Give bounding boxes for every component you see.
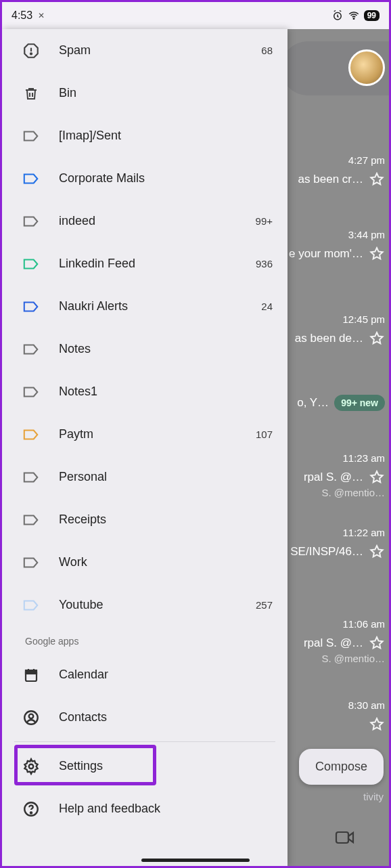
nav-item--imap-sent[interactable]: [Imap]/Sent <box>2 114 288 157</box>
svg-rect-8 <box>26 670 37 674</box>
meet-icon[interactable] <box>335 829 355 846</box>
label-icon <box>22 170 40 188</box>
gesture-bar <box>141 859 250 862</box>
star-icon[interactable] <box>369 716 385 733</box>
bin-icon <box>22 85 40 102</box>
nav-item-label: Naukri Alerts <box>59 299 242 313</box>
bg-mail-time: 8:30 am <box>277 699 385 711</box>
label-icon <box>22 213 40 230</box>
nav-item-count: 99+ <box>256 215 273 227</box>
nav-item-help-and-feedback[interactable]: Help and feedback <box>2 787 288 830</box>
bg-mail-row[interactable]: o, Y…99+ new <box>277 395 385 411</box>
star-icon[interactable] <box>369 246 385 262</box>
bg-mail-time: 11:22 am <box>277 527 385 538</box>
nav-item-label: Notes <box>59 342 254 356</box>
nav-item-notes1[interactable]: Notes1 <box>2 370 288 413</box>
section-header: Google apps <box>2 626 288 653</box>
star-icon[interactable] <box>369 171 385 188</box>
svg-point-15 <box>30 812 32 813</box>
alarm-icon <box>331 9 344 22</box>
nav-item-bin[interactable]: Bin <box>2 72 288 114</box>
svg-point-12 <box>29 714 34 718</box>
star-icon[interactable] <box>369 330 385 347</box>
bg-mail-text: as been de… <box>295 332 363 345</box>
spam-icon <box>22 42 40 60</box>
bg-mail-row[interactable]: 11:06 amrpal S. @…S. @mentio… <box>277 618 385 664</box>
bg-mail-row[interactable]: 12:45 pmas been de… <box>277 313 385 347</box>
nav-item-label: Receipts <box>59 513 254 527</box>
nav-item-count: 107 <box>256 429 273 440</box>
nav-item-spam[interactable]: Spam 68 <box>2 29 288 72</box>
label-icon <box>22 383 40 401</box>
nav-item-label: Contacts <box>59 710 273 724</box>
bg-mail-subtext: S. @mentio… <box>321 653 385 664</box>
nav-item-label: Help and feedback <box>59 802 273 816</box>
label-icon <box>22 255 40 273</box>
nav-item-label: Linkedin Feed <box>59 257 237 271</box>
label-icon <box>22 298 40 316</box>
bg-mail-time: 4:27 pm <box>277 154 385 166</box>
star-icon[interactable] <box>369 544 385 560</box>
svg-rect-2 <box>336 832 348 843</box>
svg-point-13 <box>29 764 34 768</box>
battery-badge: 99 <box>364 10 380 21</box>
nav-item-personal[interactable]: Personal <box>2 456 288 498</box>
label-icon <box>22 127 40 145</box>
bg-mail-subtext: S. @mentio… <box>321 487 385 498</box>
nav-item-label: Bin <box>59 86 254 100</box>
wifi-icon <box>348 9 360 22</box>
nav-item-label: Youtube <box>59 598 237 612</box>
bg-mail-text: rpal S. @… <box>304 471 363 484</box>
nav-item-receipts[interactable]: Receipts <box>2 498 288 541</box>
nav-item-label: Notes1 <box>59 385 254 399</box>
new-badge: 99+ new <box>334 395 385 411</box>
bg-mail-row[interactable]: 4:27 pmas been cr… <box>277 154 385 188</box>
bg-mail-row[interactable]: 11:22 amSE/INSP/46… <box>277 527 385 560</box>
bg-mail-row[interactable]: 8:30 am <box>277 699 385 733</box>
nav-item-naukri-alerts[interactable]: Naukri Alerts 24 <box>2 285 288 328</box>
svg-point-4 <box>30 53 32 54</box>
star-icon[interactable] <box>369 635 385 651</box>
nav-item-youtube[interactable]: Youtube 257 <box>2 584 288 626</box>
nav-drawer: Spam 68 Bin [Imap]/Sent Corporate Mails … <box>2 29 288 866</box>
settings-icon <box>22 758 40 775</box>
nav-item-notes[interactable]: Notes <box>2 328 288 370</box>
calendar-icon <box>22 666 40 684</box>
bg-mail-row[interactable]: 3:44 pme your mom'… <box>277 229 385 262</box>
bg-mail-text: rpal S. @… <box>304 636 363 650</box>
nav-item-indeed[interactable]: indeed 99+ <box>2 200 288 242</box>
nav-item-paytm[interactable]: Paytm 107 <box>2 413 288 456</box>
compose-button[interactable]: Compose <box>299 749 384 785</box>
label-icon <box>22 554 40 571</box>
bg-mail-text: e your mom'… <box>289 247 363 261</box>
nav-item-linkedin-feed[interactable]: Linkedin Feed 936 <box>2 242 288 285</box>
bg-mail-text: o, Y… <box>297 396 329 410</box>
nav-item-corporate-mails[interactable]: Corporate Mails <box>2 157 288 200</box>
bg-activity-text: tivity <box>363 791 384 802</box>
status-signal-icon: ✕ <box>38 11 45 20</box>
divider <box>14 741 275 742</box>
bg-mail-time: 11:23 am <box>277 452 385 464</box>
nav-item-settings[interactable]: Settings <box>2 745 288 787</box>
svg-point-1 <box>353 18 354 20</box>
nav-item-count: 936 <box>256 258 273 269</box>
label-icon <box>22 469 40 486</box>
nav-item-label: Settings <box>59 759 273 773</box>
label-icon <box>22 341 40 358</box>
status-time: 4:53 <box>12 9 32 22</box>
nav-item-label: Calendar <box>59 668 273 682</box>
nav-item-calendar[interactable]: Calendar <box>2 653 288 696</box>
nav-item-label: Personal <box>59 470 254 484</box>
bg-mail-text: as been cr… <box>298 173 363 186</box>
contacts-icon <box>22 709 40 726</box>
star-icon[interactable] <box>369 469 385 485</box>
bg-mail-row[interactable]: 11:23 amrpal S. @…S. @mentio… <box>277 452 385 498</box>
nav-item-work[interactable]: Work <box>2 541 288 584</box>
bg-mail-time: 11:06 am <box>277 618 385 630</box>
nav-item-count: 68 <box>261 45 273 56</box>
nav-item-label: [Imap]/Sent <box>59 129 254 143</box>
nav-item-contacts[interactable]: Contacts <box>2 696 288 739</box>
nav-item-label: Paytm <box>59 427 237 441</box>
help-icon <box>22 800 40 818</box>
bg-mail-time: 12:45 pm <box>277 313 385 325</box>
